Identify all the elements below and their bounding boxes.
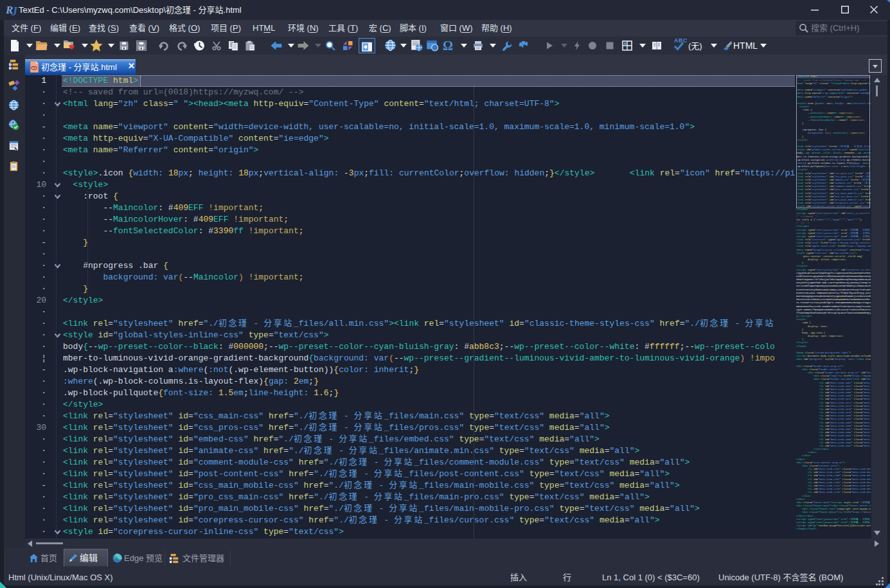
svg-text:J: J bbox=[11, 5, 18, 17]
